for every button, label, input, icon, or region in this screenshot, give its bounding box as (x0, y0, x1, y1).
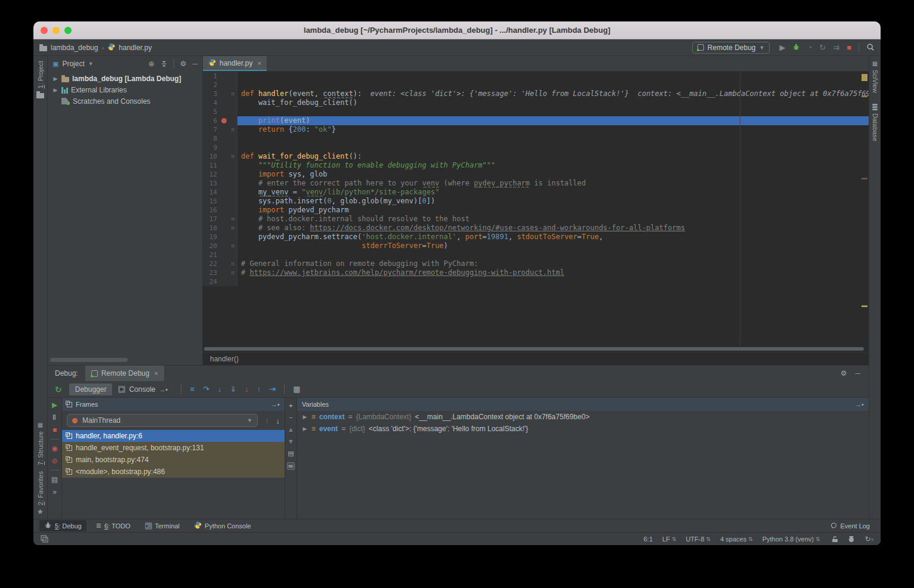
fold-gutter[interactable]: ⊡ (229, 125, 237, 134)
tree-chevron-icon[interactable]: ▶ (53, 76, 58, 82)
stop-button[interactable]: ■ (847, 44, 851, 51)
project-tree-item[interactable]: ▶lambda_debug [Lambda Debug] (48, 73, 202, 84)
breadcrumb-file[interactable]: handler.py (119, 44, 152, 52)
code-text[interactable]: def handler(event, context): event: <cla… (237, 89, 869, 98)
restore-layout-icon[interactable]: ▤ (51, 476, 58, 483)
fold-gutter[interactable] (229, 143, 237, 152)
fold-gutter[interactable] (229, 107, 237, 116)
view-breakpoints-icon[interactable]: ◉ (51, 445, 57, 452)
breakpoint-gutter[interactable] (220, 170, 229, 179)
breakpoint-gutter[interactable] (220, 134, 229, 143)
sidebar-tab-favorites[interactable]: 2: Favorites★ (37, 471, 44, 515)
project-tree-item[interactable]: ▶External Libraries (48, 84, 202, 95)
code-text[interactable]: def wait_for_debug_client(): (237, 152, 869, 161)
update-indicator-icon[interactable]: ↻? (864, 536, 873, 543)
editor-horizontal-scrollbar[interactable] (203, 346, 869, 352)
show-execution-point-icon[interactable]: ≡ (190, 385, 194, 393)
variable-row[interactable]: ▶≡context={LambdaContext}<__main__.Lambd… (297, 411, 869, 423)
close-tab-icon[interactable]: × (257, 60, 261, 67)
debug-session-tab[interactable]: Remote Debug × (85, 366, 164, 381)
sidebar-tab-sciview[interactable]: ▦SciView (872, 61, 879, 93)
tab-debugger[interactable]: Debugger (69, 383, 113, 395)
toolwindow-terminal[interactable]: ▸_Terminal (140, 521, 185, 531)
minimize-window-button[interactable] (53, 27, 60, 34)
more-options-icon[interactable]: » (53, 488, 57, 496)
code-text[interactable]: my_venv = "venv/lib/python*/site-package… (237, 188, 869, 197)
status-caret-position[interactable]: 6:1 (644, 536, 653, 543)
fold-gutter[interactable] (229, 250, 237, 259)
breakpoint-gutter[interactable] (220, 179, 229, 188)
fold-gutter[interactable] (229, 233, 237, 242)
breakpoint-gutter[interactable] (220, 197, 229, 206)
previous-frame-button[interactable]: ↑ (265, 417, 269, 425)
debug-bug-icon[interactable] (792, 43, 800, 52)
hide-panel-button[interactable]: ─ (855, 370, 860, 377)
settings-gear-icon[interactable]: ⚙ (841, 370, 847, 377)
run-configurations-button[interactable]: ⇉ (833, 44, 839, 51)
fold-gutter[interactable]: ⊟ (229, 152, 237, 161)
breakpoint-icon[interactable] (221, 118, 227, 123)
highlighting-level-icon[interactable] (848, 536, 855, 543)
remove-watch-icon[interactable]: − (289, 414, 292, 421)
pin-panel-icon[interactable]: →▪ (271, 401, 280, 408)
breakpoint-gutter[interactable] (220, 98, 229, 107)
code-text[interactable]: # General information on remote debuggin… (237, 259, 869, 268)
fold-gutter[interactable] (229, 277, 237, 286)
status-python-interpreter[interactable]: Python 3.8 (venv)⇅ (762, 536, 820, 543)
show-watches-icon[interactable]: ∞ (287, 462, 295, 470)
breakpoint-gutter[interactable] (220, 143, 229, 152)
thread-select[interactable]: MainThread ▼ (67, 414, 258, 427)
fold-gutter[interactable] (229, 134, 237, 143)
run-with-coverage-button[interactable]: ↻ (819, 44, 826, 51)
toolwindow-todo[interactable]: ≣6: TODO (91, 521, 135, 531)
editor-tab-handler-py[interactable]: handler.py × (203, 56, 267, 71)
rerun-debug-button[interactable]: ↻ (55, 385, 62, 394)
window-titlebar[interactable]: lambda_debug [~/PycharmProjects/lambda_d… (33, 21, 881, 39)
scrollbar-warning-mark[interactable] (861, 305, 867, 307)
fold-gutter[interactable] (229, 116, 237, 125)
status-indent-style[interactable]: 4 spaces⇅ (720, 536, 753, 543)
code-text[interactable]: # host.docker.internal should resolve to… (237, 215, 869, 224)
move-watch-up-icon[interactable]: ▲ (288, 426, 294, 433)
breakpoint-gutter[interactable] (220, 277, 229, 286)
breakpoint-gutter[interactable] (220, 107, 229, 116)
move-watch-down-icon[interactable]: ▼ (288, 438, 294, 445)
breakpoint-gutter[interactable] (220, 72, 229, 81)
breakpoint-gutter[interactable] (220, 242, 229, 250)
pin-tab-icon[interactable]: →▪ (159, 386, 168, 393)
code-text[interactable] (237, 81, 869, 89)
fold-gutter[interactable] (229, 206, 237, 215)
chevron-down-icon[interactable]: ▼ (88, 61, 94, 67)
fold-gutter[interactable] (229, 197, 237, 206)
tab-console[interactable]: ▶ Console →▪ (112, 383, 174, 395)
tree-chevron-icon[interactable]: ▶ (53, 87, 58, 93)
force-step-into-icon[interactable]: ↓ (245, 385, 249, 393)
stop-icon[interactable]: ■ (53, 426, 57, 434)
mute-breakpoints-icon[interactable]: ⊘ (51, 457, 57, 465)
profile-button[interactable]: ◔ (807, 44, 812, 51)
project-panel-title[interactable]: Project (62, 60, 84, 68)
lock-icon[interactable] (832, 536, 838, 543)
project-horizontal-scrollbar[interactable] (50, 358, 128, 362)
breakpoint-gutter[interactable] (220, 89, 229, 98)
breakpoint-gutter[interactable] (220, 233, 229, 242)
pin-panel-icon[interactable]: →▪ (855, 401, 864, 408)
breakpoint-gutter[interactable] (220, 215, 229, 224)
fold-gutter[interactable]: ⊡ (229, 242, 237, 250)
stack-frame-row[interactable]: handler, handler.py:6 (62, 430, 285, 442)
code-text[interactable] (237, 72, 869, 81)
duplicate-watch-icon[interactable]: ▤ (288, 450, 294, 457)
run-to-cursor-icon[interactable]: ⇥ (269, 385, 276, 393)
code-text[interactable]: """Utility function to enable debugging … (237, 161, 869, 170)
breakpoint-gutter[interactable] (220, 125, 229, 134)
code-text[interactable] (237, 277, 869, 286)
breakpoint-gutter[interactable] (220, 188, 229, 197)
stack-frame-row[interactable]: handle_event_request, bootstrap.py:131 (62, 442, 285, 454)
fold-gutter[interactable]: ⊡ (229, 215, 237, 224)
evaluate-expression-icon[interactable]: ▦ (293, 385, 300, 393)
collapse-all-button[interactable] (160, 60, 168, 67)
breakpoint-gutter[interactable] (220, 250, 229, 259)
run-button[interactable]: ▶ (779, 44, 785, 51)
pause-icon[interactable]: ‖ (53, 414, 57, 421)
expand-chevron-icon[interactable]: ▶ (302, 426, 308, 432)
